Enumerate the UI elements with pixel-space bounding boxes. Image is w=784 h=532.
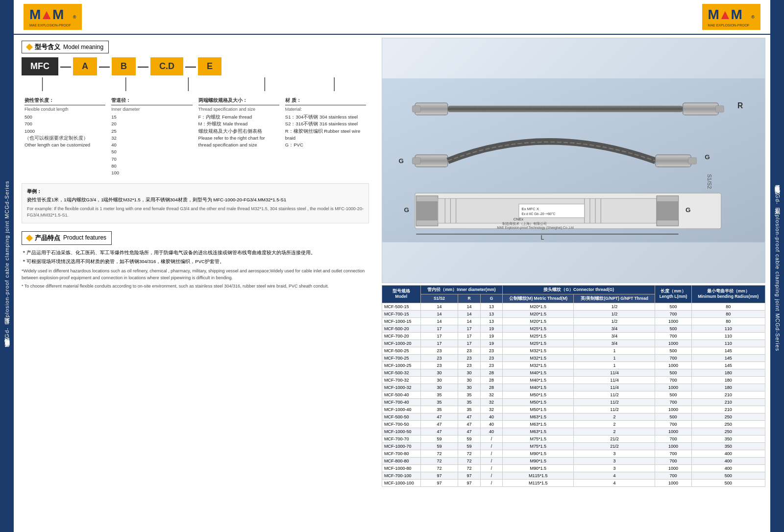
feature-cn-0: ＊产品运用于石油采炼、化工医药、军工等爆炸性危险场所，用于防爆电气设备的进出线连… <box>22 249 369 256</box>
length-item-4: Other length can be customized <box>24 142 105 148</box>
table-cell: MCF-700-32 <box>382 376 421 384</box>
cable-image-area: R G G <box>382 38 765 283</box>
table-cell: 21/2 <box>574 442 655 450</box>
table-cell: M32*1.5 <box>503 354 574 362</box>
table-cell: 17 <box>458 325 480 332</box>
table-cell: 11/4 <box>574 369 655 376</box>
table-cell: 19 <box>480 332 502 339</box>
table-cell: 2 <box>574 413 655 420</box>
table-cell: 500 <box>655 325 691 332</box>
table-cell: 17 <box>458 339 480 347</box>
table-cell: MCF-1000-20 <box>382 339 421 347</box>
table-cell: 17 <box>420 325 458 332</box>
table-cell: M20*1.5 <box>503 303 574 310</box>
table-row: MCF-1000-20171719M25*1.53/41000110 <box>382 339 765 347</box>
logo-right: M▲M MAE EXPLOSION-PROOF ® <box>702 4 760 30</box>
table-row: MCF-1000-15141413M20*1.51/2100080 <box>382 317 765 325</box>
table-cell: 1/2 <box>574 310 655 317</box>
table-cell: 17 <box>420 332 458 339</box>
thread-item-4: thread specification and size <box>198 142 279 148</box>
table-cell: 97 <box>458 472 480 479</box>
table-cell: 14 <box>420 310 458 317</box>
table-cell: 1000 <box>655 406 691 413</box>
table-cell: 47 <box>420 413 458 420</box>
table-cell: 40 <box>480 413 502 420</box>
logo-text-right: M▲M <box>708 7 750 23</box>
table-cell: 180 <box>691 369 765 376</box>
length-item-2: 1000 <box>24 128 105 135</box>
table-cell: 47 <box>458 428 480 435</box>
table-cell: 180 <box>691 384 765 391</box>
table-row: MCF-700-50474740M63*1.52700250 <box>382 420 765 428</box>
table-cell: 35 <box>420 406 458 413</box>
table-cell: 400 <box>691 450 765 457</box>
svg-rect-37 <box>688 158 697 164</box>
th-gnpt: 英/美制螺纹(G/NPT) G/NPT Thread <box>574 294 655 303</box>
table-cell: 21/2 <box>574 435 655 442</box>
table-cell: 35 <box>458 391 480 398</box>
material-item-3: G：PVC <box>285 142 366 148</box>
table-cell: 700 <box>655 435 691 442</box>
table-cell: 1/2 <box>574 303 655 310</box>
table-row: MCF-500-32303028M40*1.511/4500180 <box>382 369 765 376</box>
table-row: MCF-700-32303028M40*1.511/4700180 <box>382 376 765 384</box>
features-en-label: Product features <box>63 233 106 242</box>
dash-2: — <box>97 60 112 73</box>
table-cell: M25*1.5 <box>503 339 574 347</box>
table-cell: 700 <box>655 332 691 339</box>
table-cell: M90*1.5 <box>503 450 574 457</box>
table-row: MCF-700-20171719M25*1.53/4700110 <box>382 332 765 339</box>
table-cell: 11/2 <box>574 398 655 406</box>
table-row: MCF-800-807272/M90*1.53700400 <box>382 457 765 464</box>
table-cell: 1000 <box>655 384 691 391</box>
table-cell: 97 <box>420 472 458 479</box>
table-cell: M50*1.5 <box>503 406 574 413</box>
th-g: G <box>480 294 502 303</box>
table-cell: M32*1.5 <box>503 362 574 369</box>
table-cell: MCF-500-25 <box>382 347 421 354</box>
example-en-text: For example: If the flexible conduit is … <box>27 206 364 219</box>
svg-rect-8 <box>412 106 420 112</box>
table-row: MCF-700-807272/M90*1.53700400 <box>382 450 765 457</box>
table-cell: 3 <box>574 450 655 457</box>
table-cell: 28 <box>480 384 502 391</box>
thread-item-3: Please refer to the right chart for <box>198 135 279 142</box>
detail-col-diameter: 管道径： Inner diameter 15 20 25 32 40 50 70… <box>108 95 195 178</box>
material-item-0: S1：304不锈钢 304 stainless steel <box>285 114 366 121</box>
example-section: 举例： 挠性管长度1米，1端内螺纹G3/4，1端外螺纹M32*1.5，采用不锈钢… <box>22 183 369 223</box>
left-column: 型号含义 Model meaning MFC — A — B — C.D — E <box>14 35 377 532</box>
table-cell: M90*1.5 <box>503 464 574 472</box>
table-cell: 1 <box>574 354 655 362</box>
table-cell: 2 <box>574 428 655 435</box>
table-cell: 3/4 <box>574 339 655 347</box>
table-cell: 1000 <box>655 339 691 347</box>
table-cell: MCF-1000-80 <box>382 464 421 472</box>
logo-left: M▲M MAE EXPLOSION-PROOF ® <box>24 4 82 30</box>
table-cell: 35 <box>458 406 480 413</box>
table-cell: 700 <box>655 420 691 428</box>
table-cell: M20*1.5 <box>503 310 574 317</box>
table-cell: 700 <box>655 457 691 464</box>
table-row: MCF-700-705959/M75*1.521/2700350 <box>382 435 765 442</box>
table-cell: 1/2 <box>574 317 655 325</box>
table-cell: 500 <box>655 369 691 376</box>
table-cell: MCF-700-20 <box>382 332 421 339</box>
table-cell: 4 <box>574 472 655 479</box>
table-cell: 30 <box>420 376 458 384</box>
table-cell: 30 <box>458 376 480 384</box>
table-row: MCF-700-1009797/M115*1.54700500 <box>382 472 765 479</box>
th-model: 型号规格Model <box>382 285 421 303</box>
table-cell: 400 <box>691 457 765 464</box>
table-row: MCF-1000-1009797/M115*1.541000500 <box>382 479 765 486</box>
table-cell: 59 <box>458 435 480 442</box>
table-row: MCF-1000-807272/M90*1.531000400 <box>382 464 765 472</box>
dash-1: — <box>58 60 73 73</box>
table-cell: 72 <box>420 457 458 464</box>
table-cell: 59 <box>420 442 458 450</box>
table-cell: 23 <box>458 362 480 369</box>
table-cell: 400 <box>691 464 765 472</box>
table-row: MCF-1000-25232323M32*1.511000145 <box>382 362 765 369</box>
table-cell: MCF-500-40 <box>382 391 421 398</box>
diam-item-2: 25 <box>111 128 192 135</box>
table-cell: 13 <box>480 317 502 325</box>
